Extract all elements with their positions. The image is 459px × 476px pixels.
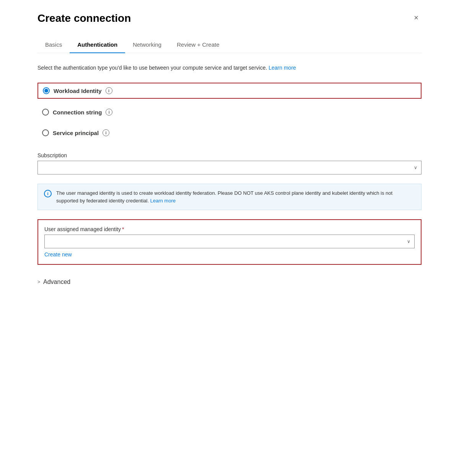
required-asterisk: * (122, 226, 124, 232)
advanced-label: Advanced (43, 279, 70, 285)
advanced-section: > Advanced (37, 275, 422, 289)
info-box-learn-more-link[interactable]: Learn more (150, 198, 176, 204)
subscription-chevron-icon: ∨ (414, 165, 417, 170)
identity-chevron-icon: ∨ (407, 239, 410, 244)
workload-identity-info-icon[interactable]: i (106, 87, 112, 94)
radio-input-workload-identity (43, 87, 50, 94)
service-principal-info-icon[interactable]: i (103, 129, 109, 136)
page-title: Create connection (37, 12, 131, 24)
radio-service-principal[interactable]: Service principal i (37, 126, 422, 140)
radio-input-connection-string (42, 109, 49, 116)
tab-networking[interactable]: Networking (125, 37, 169, 53)
subscription-dropdown[interactable]: ∨ (37, 161, 422, 174)
auth-radio-group: Workload Identity i Connection string i … (37, 83, 422, 140)
identity-section: User assigned managed identity* ∨ Create… (37, 219, 422, 265)
subscription-section: Subscription ∨ (37, 152, 422, 174)
radio-label-workload-identity: Workload Identity (54, 88, 102, 94)
radio-workload-identity[interactable]: Workload Identity i (37, 83, 422, 99)
close-button[interactable]: × (411, 12, 422, 23)
advanced-chevron-icon: > (37, 279, 40, 285)
radio-connection-string[interactable]: Connection string i (37, 105, 422, 119)
identity-label: User assigned managed identity* (44, 226, 415, 232)
learn-more-link[interactable]: Learn more (269, 65, 296, 71)
connection-string-info-icon[interactable]: i (106, 109, 112, 116)
tab-bar: Basics Authentication Networking Review … (37, 37, 422, 53)
panel-header: Create connection × (37, 12, 422, 24)
info-box-icon: i (44, 190, 52, 197)
create-new-link[interactable]: Create new (44, 251, 72, 258)
tab-basics[interactable]: Basics (37, 37, 70, 53)
advanced-toggle-button[interactable]: > Advanced (37, 275, 70, 289)
radio-input-service-principal (42, 129, 49, 136)
radio-label-service-principal: Service principal (53, 130, 99, 136)
subscription-label: Subscription (37, 152, 422, 158)
info-box-text: The user managed identity is used to cre… (56, 189, 415, 204)
tab-authentication[interactable]: Authentication (70, 37, 125, 53)
info-box: i The user managed identity is used to c… (37, 184, 422, 210)
radio-label-connection-string: Connection string (53, 109, 102, 116)
identity-dropdown[interactable]: ∨ (44, 235, 415, 248)
tab-review-create[interactable]: Review + Create (169, 37, 227, 53)
auth-description: Select the authentication type you'd lik… (37, 64, 422, 72)
